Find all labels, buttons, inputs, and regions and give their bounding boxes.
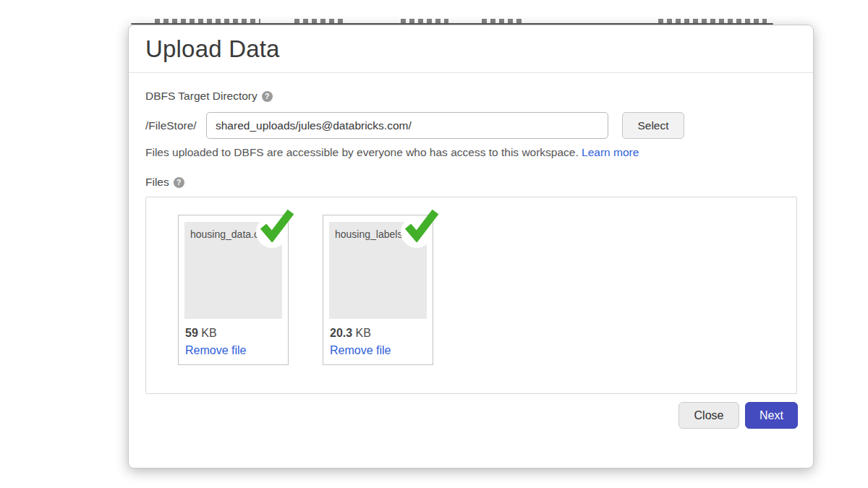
next-button[interactable]: Next: [745, 402, 798, 429]
file-size: 59 KB: [185, 327, 217, 340]
filestore-path-prefix: /FileStore/: [145, 113, 197, 139]
close-button[interactable]: Close: [678, 402, 739, 429]
dbfs-info-text: Files uploaded to DBFS are accessible by…: [145, 146, 639, 159]
file-name: housing_data.c: [190, 228, 281, 240]
files-label: Files ?: [145, 176, 184, 189]
files-dropzone-panel[interactable]: housing_data.c 59 KB Remove file housi: [145, 197, 797, 394]
remove-file-link[interactable]: Remove file: [185, 344, 246, 357]
file-size-unit: KB: [198, 327, 217, 339]
remove-file-link[interactable]: Remove file: [330, 344, 391, 357]
file-name: housing_labels.: [335, 228, 425, 240]
page-backdrop: Upload Data DBFS Target Directory ? /Fil…: [0, 0, 868, 488]
file-thumbnail: housing_data.c: [184, 222, 282, 319]
dbfs-info-text-body: Files uploaded to DBFS are accessible by…: [145, 146, 579, 158]
modal-title: Upload Data: [145, 35, 280, 63]
learn-more-link[interactable]: Learn more: [582, 146, 639, 158]
file-card: housing_labels. 20.3 KB Remove file: [323, 215, 433, 365]
file-size: 20.3 KB: [330, 327, 371, 340]
files-label-text: Files: [145, 176, 169, 189]
dbfs-label-text: DBFS Target Directory: [145, 90, 258, 103]
file-card: housing_data.c 59 KB Remove file: [178, 215, 289, 365]
file-thumbnail: housing_labels.: [329, 222, 427, 319]
help-icon[interactable]: ?: [262, 91, 273, 102]
dbfs-target-directory-label: DBFS Target Directory ?: [145, 90, 273, 103]
file-size-value: 59: [185, 327, 198, 339]
file-size-value: 20.3: [330, 327, 352, 339]
file-size-unit: KB: [352, 327, 371, 339]
select-button[interactable]: Select: [622, 112, 684, 139]
help-icon[interactable]: ?: [174, 177, 184, 188]
target-directory-input[interactable]: [206, 112, 608, 139]
upload-data-modal: Upload Data DBFS Target Directory ? /Fil…: [128, 25, 814, 468]
modal-header: Upload Data: [129, 25, 813, 73]
